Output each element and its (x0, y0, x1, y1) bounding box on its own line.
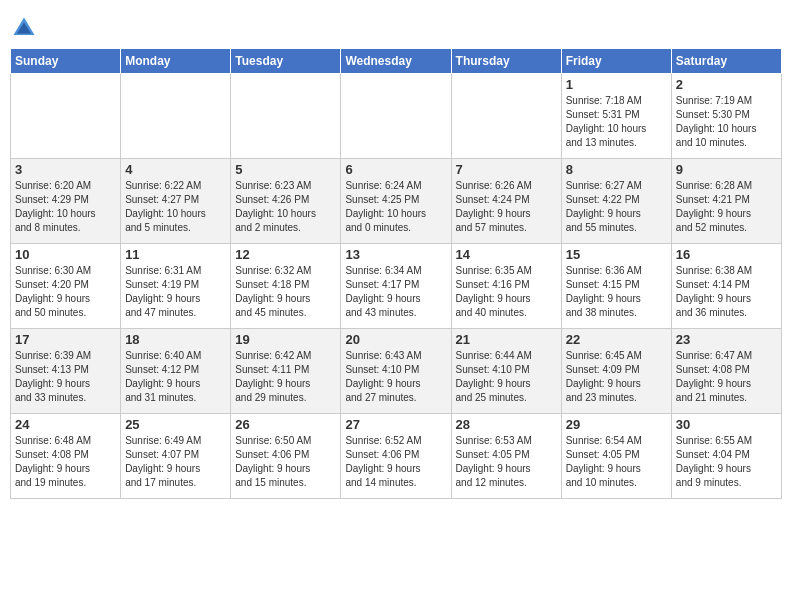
calendar-cell: 26Sunrise: 6:50 AMSunset: 4:06 PMDayligh… (231, 414, 341, 499)
calendar-cell: 30Sunrise: 6:55 AMSunset: 4:04 PMDayligh… (671, 414, 781, 499)
day-number: 24 (15, 417, 116, 432)
calendar-header-thursday: Thursday (451, 49, 561, 74)
day-number: 13 (345, 247, 446, 262)
calendar-cell: 6Sunrise: 6:24 AMSunset: 4:25 PMDaylight… (341, 159, 451, 244)
calendar-header-tuesday: Tuesday (231, 49, 341, 74)
day-info: Sunrise: 6:28 AMSunset: 4:21 PMDaylight:… (676, 179, 777, 235)
calendar-cell: 11Sunrise: 6:31 AMSunset: 4:19 PMDayligh… (121, 244, 231, 329)
page-header (10, 10, 782, 42)
calendar-cell: 24Sunrise: 6:48 AMSunset: 4:08 PMDayligh… (11, 414, 121, 499)
calendar-cell: 23Sunrise: 6:47 AMSunset: 4:08 PMDayligh… (671, 329, 781, 414)
calendar-week-2: 3Sunrise: 6:20 AMSunset: 4:29 PMDaylight… (11, 159, 782, 244)
day-number: 3 (15, 162, 116, 177)
day-info: Sunrise: 6:22 AMSunset: 4:27 PMDaylight:… (125, 179, 226, 235)
day-number: 5 (235, 162, 336, 177)
day-number: 15 (566, 247, 667, 262)
calendar-cell: 13Sunrise: 6:34 AMSunset: 4:17 PMDayligh… (341, 244, 451, 329)
day-info: Sunrise: 6:27 AMSunset: 4:22 PMDaylight:… (566, 179, 667, 235)
day-number: 1 (566, 77, 667, 92)
day-info: Sunrise: 6:34 AMSunset: 4:17 PMDaylight:… (345, 264, 446, 320)
calendar-cell: 3Sunrise: 6:20 AMSunset: 4:29 PMDaylight… (11, 159, 121, 244)
calendar-cell: 18Sunrise: 6:40 AMSunset: 4:12 PMDayligh… (121, 329, 231, 414)
day-number: 17 (15, 332, 116, 347)
day-info: Sunrise: 6:52 AMSunset: 4:06 PMDaylight:… (345, 434, 446, 490)
day-info: Sunrise: 6:36 AMSunset: 4:15 PMDaylight:… (566, 264, 667, 320)
day-number: 2 (676, 77, 777, 92)
calendar: SundayMondayTuesdayWednesdayThursdayFrid… (10, 48, 782, 499)
calendar-cell: 29Sunrise: 6:54 AMSunset: 4:05 PMDayligh… (561, 414, 671, 499)
calendar-cell: 4Sunrise: 6:22 AMSunset: 4:27 PMDaylight… (121, 159, 231, 244)
calendar-cell: 22Sunrise: 6:45 AMSunset: 4:09 PMDayligh… (561, 329, 671, 414)
calendar-cell (11, 74, 121, 159)
calendar-cell: 14Sunrise: 6:35 AMSunset: 4:16 PMDayligh… (451, 244, 561, 329)
day-number: 23 (676, 332, 777, 347)
calendar-cell: 27Sunrise: 6:52 AMSunset: 4:06 PMDayligh… (341, 414, 451, 499)
day-info: Sunrise: 6:23 AMSunset: 4:26 PMDaylight:… (235, 179, 336, 235)
day-info: Sunrise: 7:19 AMSunset: 5:30 PMDaylight:… (676, 94, 777, 150)
calendar-cell: 9Sunrise: 6:28 AMSunset: 4:21 PMDaylight… (671, 159, 781, 244)
calendar-cell: 16Sunrise: 6:38 AMSunset: 4:14 PMDayligh… (671, 244, 781, 329)
day-number: 22 (566, 332, 667, 347)
day-info: Sunrise: 6:26 AMSunset: 4:24 PMDaylight:… (456, 179, 557, 235)
calendar-cell: 21Sunrise: 6:44 AMSunset: 4:10 PMDayligh… (451, 329, 561, 414)
calendar-cell (231, 74, 341, 159)
day-number: 11 (125, 247, 226, 262)
day-number: 6 (345, 162, 446, 177)
day-info: Sunrise: 6:39 AMSunset: 4:13 PMDaylight:… (15, 349, 116, 405)
day-info: Sunrise: 6:32 AMSunset: 4:18 PMDaylight:… (235, 264, 336, 320)
calendar-header-friday: Friday (561, 49, 671, 74)
day-number: 16 (676, 247, 777, 262)
calendar-header-row: SundayMondayTuesdayWednesdayThursdayFrid… (11, 49, 782, 74)
calendar-header-monday: Monday (121, 49, 231, 74)
day-info: Sunrise: 6:31 AMSunset: 4:19 PMDaylight:… (125, 264, 226, 320)
calendar-cell: 2Sunrise: 7:19 AMSunset: 5:30 PMDaylight… (671, 74, 781, 159)
day-number: 30 (676, 417, 777, 432)
day-number: 20 (345, 332, 446, 347)
calendar-header-saturday: Saturday (671, 49, 781, 74)
day-number: 14 (456, 247, 557, 262)
calendar-cell: 25Sunrise: 6:49 AMSunset: 4:07 PMDayligh… (121, 414, 231, 499)
day-info: Sunrise: 6:49 AMSunset: 4:07 PMDaylight:… (125, 434, 226, 490)
calendar-cell: 15Sunrise: 6:36 AMSunset: 4:15 PMDayligh… (561, 244, 671, 329)
day-info: Sunrise: 6:24 AMSunset: 4:25 PMDaylight:… (345, 179, 446, 235)
day-info: Sunrise: 6:38 AMSunset: 4:14 PMDaylight:… (676, 264, 777, 320)
day-number: 26 (235, 417, 336, 432)
calendar-cell: 5Sunrise: 6:23 AMSunset: 4:26 PMDaylight… (231, 159, 341, 244)
day-number: 4 (125, 162, 226, 177)
day-info: Sunrise: 6:20 AMSunset: 4:29 PMDaylight:… (15, 179, 116, 235)
day-number: 19 (235, 332, 336, 347)
day-number: 27 (345, 417, 446, 432)
day-info: Sunrise: 6:55 AMSunset: 4:04 PMDaylight:… (676, 434, 777, 490)
day-number: 21 (456, 332, 557, 347)
day-info: Sunrise: 6:47 AMSunset: 4:08 PMDaylight:… (676, 349, 777, 405)
day-number: 25 (125, 417, 226, 432)
day-number: 7 (456, 162, 557, 177)
day-info: Sunrise: 6:35 AMSunset: 4:16 PMDaylight:… (456, 264, 557, 320)
calendar-cell (341, 74, 451, 159)
day-info: Sunrise: 6:40 AMSunset: 4:12 PMDaylight:… (125, 349, 226, 405)
calendar-week-5: 24Sunrise: 6:48 AMSunset: 4:08 PMDayligh… (11, 414, 782, 499)
day-info: Sunrise: 6:48 AMSunset: 4:08 PMDaylight:… (15, 434, 116, 490)
calendar-week-3: 10Sunrise: 6:30 AMSunset: 4:20 PMDayligh… (11, 244, 782, 329)
calendar-cell: 12Sunrise: 6:32 AMSunset: 4:18 PMDayligh… (231, 244, 341, 329)
day-info: Sunrise: 6:50 AMSunset: 4:06 PMDaylight:… (235, 434, 336, 490)
calendar-cell: 8Sunrise: 6:27 AMSunset: 4:22 PMDaylight… (561, 159, 671, 244)
calendar-header-sunday: Sunday (11, 49, 121, 74)
day-number: 28 (456, 417, 557, 432)
day-number: 29 (566, 417, 667, 432)
day-number: 18 (125, 332, 226, 347)
calendar-cell: 19Sunrise: 6:42 AMSunset: 4:11 PMDayligh… (231, 329, 341, 414)
day-info: Sunrise: 6:54 AMSunset: 4:05 PMDaylight:… (566, 434, 667, 490)
logo (10, 14, 42, 42)
calendar-cell (121, 74, 231, 159)
calendar-header-wednesday: Wednesday (341, 49, 451, 74)
calendar-cell: 10Sunrise: 6:30 AMSunset: 4:20 PMDayligh… (11, 244, 121, 329)
calendar-cell (451, 74, 561, 159)
day-info: Sunrise: 6:43 AMSunset: 4:10 PMDaylight:… (345, 349, 446, 405)
day-number: 12 (235, 247, 336, 262)
day-info: Sunrise: 6:45 AMSunset: 4:09 PMDaylight:… (566, 349, 667, 405)
calendar-cell: 17Sunrise: 6:39 AMSunset: 4:13 PMDayligh… (11, 329, 121, 414)
calendar-week-4: 17Sunrise: 6:39 AMSunset: 4:13 PMDayligh… (11, 329, 782, 414)
day-info: Sunrise: 6:42 AMSunset: 4:11 PMDaylight:… (235, 349, 336, 405)
day-number: 9 (676, 162, 777, 177)
